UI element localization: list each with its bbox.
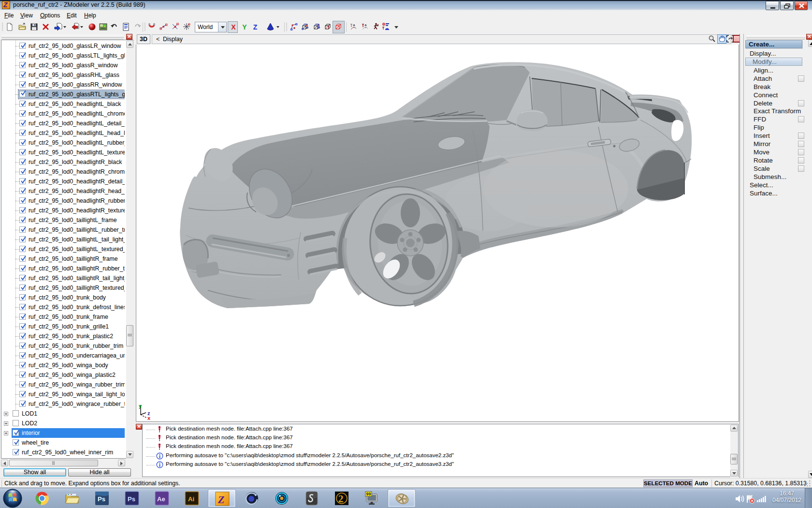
svg-text:y: y xyxy=(139,403,142,409)
svg-text:Ps: Ps xyxy=(98,495,105,503)
svg-text:Ai: Ai xyxy=(188,495,194,503)
svg-text:x: x xyxy=(147,415,151,420)
svg-text:99: 99 xyxy=(366,492,371,497)
svg-text:c: c xyxy=(104,25,105,28)
svg-text:Ps: Ps xyxy=(128,495,135,503)
svg-text:Ae: Ae xyxy=(157,495,165,503)
svg-text:2: 2 xyxy=(338,493,344,505)
svg-text:Z: Z xyxy=(218,493,224,506)
